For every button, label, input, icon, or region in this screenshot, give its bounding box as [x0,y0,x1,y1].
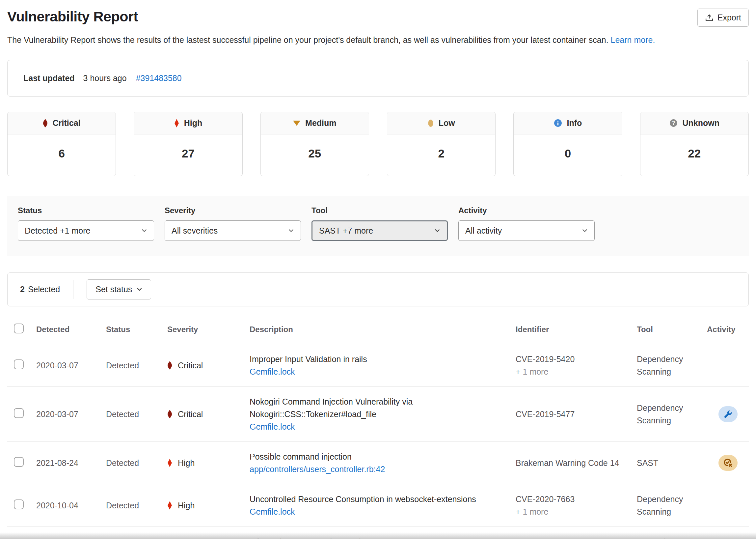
set-status-button[interactable]: Set status [87,279,151,299]
severity-critical-icon [167,410,172,419]
severity-label: Critical [178,361,203,370]
severity-label: Critical [178,410,203,419]
page-title: Vulnerability Report [7,9,138,25]
tool-value: Dependency Scanning [637,402,707,427]
status-value: Detected [106,361,167,370]
card-label: Critical [53,118,81,128]
learn-more-link[interactable]: Learn more. [611,35,655,44]
identifier-value: CVE-2019-5420 [515,353,627,365]
severity-summary: Critical 6 High 27 Medium 25 [7,112,749,176]
card-count: 0 [514,134,622,176]
location-link[interactable]: app/controllers/users_controller.rb:42 [249,463,385,475]
column-header-activity: Activity [707,325,749,334]
table-row[interactable]: 2021-08-24 Detected High Possible comman… [7,441,749,484]
filter-severity: Severity All severities [165,206,301,241]
detected-date: 2020-10-04 [36,501,106,510]
severity-high-icon [167,501,172,510]
activity-dropdown[interactable]: All activity [458,220,595,241]
severity-label: High [178,458,195,468]
vulnerability-description-link[interactable]: Possible command injection [249,450,503,463]
location-link[interactable]: Gemfile.lock [249,505,295,518]
vulnerability-report-page: Vulnerability Report Export The Vulnerab… [0,0,756,539]
status-dropdown-value: Detected +1 more [25,226,90,236]
selection-bar: 2 Selected Set status [7,272,749,306]
severity-card-info[interactable]: Info 0 [513,112,622,176]
chevron-down-icon [434,228,440,234]
status-dropdown[interactable]: Detected +1 more [18,220,154,241]
status-value: Detected [106,410,167,419]
filter-activity: Activity All activity [458,206,595,241]
page-description: The Vulnerability Report shows the resul… [7,35,749,45]
identifier-value: CVE-2019-5477 [515,408,627,421]
card-count: 27 [134,134,242,176]
vulnerability-description-link[interactable]: Nokogiri Command Injection Vulnerability… [249,395,503,421]
bottom-edge-strip [0,532,756,539]
status-value: Detected [106,501,167,510]
chevron-down-icon [137,287,142,292]
identifier-more: + 1 more [515,505,627,518]
export-label: Export [718,13,741,23]
table-row[interactable]: 2020-10-04 Detected High Uncontrolled Re… [7,484,749,526]
upload-icon [705,14,714,22]
last-updated-box: Last updated 3 hours ago #391483580 [7,60,749,97]
vulnerability-description-link[interactable]: Improper Input Validation in rails [249,353,503,365]
severity-critical-icon [43,119,48,127]
selected-label: Selected [28,285,60,294]
tool-value: Dependency Scanning [637,493,707,518]
severity-card-low[interactable]: Low 2 [387,112,496,176]
table-row[interactable]: 2020-03-07 Detected Critical Nokogiri Co… [7,386,749,441]
activity-dropdown-value: All activity [465,226,502,236]
row-checkbox[interactable] [14,457,24,467]
vulnerabilities-table: Detected Status Severity Description Ide… [7,319,749,539]
tool-value: Dependency Scanning [637,353,707,378]
filter-severity-label: Severity [165,206,301,215]
row-checkbox[interactable] [14,359,24,369]
dismissed-with-issue-icon [723,458,733,468]
filters-bar: Status Detected +1 more Severity All sev… [7,196,749,256]
severity-dropdown[interactable]: All severities [165,220,301,241]
set-status-label: Set status [96,285,132,294]
last-updated-label: Last updated [23,73,75,83]
severity-label: High [178,501,195,510]
location-link[interactable]: Gemfile.lock [249,365,295,378]
detected-date: 2021-08-24 [36,458,106,468]
severity-card-medium[interactable]: Medium 25 [260,112,369,176]
severity-info-icon [554,119,562,127]
severity-card-critical[interactable]: Critical 6 [7,112,116,176]
identifier-value: Brakeman Warning Code 14 [515,457,627,469]
column-header-detected: Detected [36,325,106,334]
resolution-badge [719,406,737,422]
table-row[interactable]: 2020-03-07 Detected Critical Improper In… [7,344,749,386]
vulnerability-description-link[interactable]: Uncontrolled Resource Consumption in web… [249,493,503,505]
card-count: 2 [387,134,495,176]
wrench-icon [724,410,732,419]
column-header-status: Status [106,325,167,334]
detected-date: 2020-03-07 [36,361,106,370]
severity-card-high[interactable]: High 27 [134,112,242,176]
severity-card-unknown[interactable]: ? Unknown 22 [640,112,749,176]
severity-high-icon [167,459,172,467]
selected-count: 2 [20,285,25,294]
status-value: Detected [106,458,167,468]
severity-medium-icon [293,120,300,126]
severity-critical-icon [167,361,172,370]
row-checkbox[interactable] [14,500,24,509]
card-label: Low [439,118,455,128]
detected-date: 2020-03-07 [36,410,106,419]
card-label: Unknown [683,118,720,128]
location-link[interactable]: Gemfile.lock [249,421,295,433]
filter-status-label: Status [18,206,154,215]
pipeline-link[interactable]: #391483580 [136,73,182,83]
select-all-checkbox[interactable] [14,324,24,334]
export-button[interactable]: Export [697,9,749,27]
page-header: Vulnerability Report Export [7,9,749,27]
severity-dropdown-value: All severities [172,226,218,236]
row-checkbox[interactable] [14,408,24,418]
svg-text:?: ? [672,120,675,126]
tool-dropdown[interactable]: SAST +7 more [311,220,448,241]
tool-value: SAST [637,457,707,469]
dismissed-badge [719,455,737,471]
card-count: 6 [8,134,115,176]
table-header: Detected Status Severity Description Ide… [7,319,749,344]
card-label: Info [567,118,582,128]
